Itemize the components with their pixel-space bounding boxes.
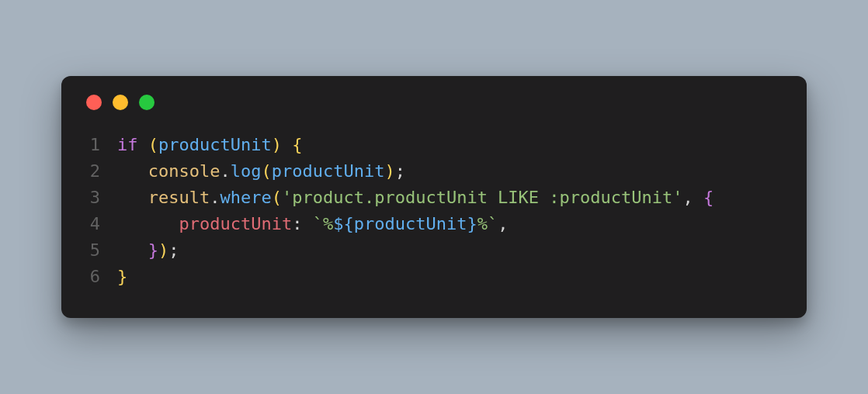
- code-token: :: [292, 214, 302, 233]
- code-line: 2 console.log(productUnit);: [83, 158, 785, 185]
- code-token: productUnit: [272, 161, 385, 181]
- code-content: }: [117, 264, 127, 290]
- code-token: }: [117, 267, 127, 286]
- code-content: });: [117, 237, 179, 264]
- close-icon[interactable]: [86, 95, 102, 110]
- code-token: [117, 161, 148, 181]
- code-token: (: [272, 188, 282, 207]
- code-line: 4 productUnit: `%${productUnit}%`,: [83, 211, 785, 237]
- code-token: ;: [395, 161, 405, 181]
- code-line: 5 });: [83, 237, 785, 264]
- code-token: (: [261, 161, 271, 181]
- code-token: {: [292, 135, 302, 154]
- code-token: productUnit: [158, 135, 272, 154]
- code-token: ${: [333, 214, 354, 233]
- code-token: 'product.productUnit LIKE :productUnit': [282, 188, 683, 207]
- code-token: console: [148, 161, 220, 181]
- code-token: [117, 214, 179, 233]
- code-token: ,: [683, 188, 693, 207]
- line-number: 2: [83, 158, 117, 185]
- minimize-icon[interactable]: [113, 95, 128, 110]
- line-number: 3: [83, 185, 117, 211]
- traffic-lights: [86, 95, 785, 110]
- code-token: {: [703, 188, 713, 207]
- code-block: 1if (productUnit) {2 console.log(product…: [83, 132, 785, 291]
- code-content: productUnit: `%${productUnit}%`,: [117, 211, 508, 237]
- code-token: [117, 188, 148, 207]
- code-content: if (productUnit) {: [117, 132, 302, 158]
- code-window: 1if (productUnit) {2 console.log(product…: [61, 76, 807, 319]
- code-token: [138, 135, 148, 154]
- code-token: }: [467, 214, 477, 233]
- code-token: [282, 135, 292, 154]
- code-token: [693, 188, 703, 207]
- code-token: productUnit: [179, 214, 292, 233]
- code-token: %`: [477, 214, 498, 233]
- code-token: }: [148, 240, 158, 260]
- line-number: 5: [83, 237, 117, 264]
- code-line: 1if (productUnit) {: [83, 132, 785, 158]
- code-token: where: [220, 188, 271, 207]
- code-token: ,: [498, 214, 508, 233]
- maximize-icon[interactable]: [139, 95, 155, 110]
- code-token: [117, 240, 148, 260]
- code-token: ;: [168, 240, 179, 260]
- line-number: 4: [83, 211, 117, 237]
- code-token: ): [158, 240, 168, 260]
- code-token: ): [272, 135, 282, 154]
- code-token: ): [384, 161, 394, 181]
- code-token: .: [210, 188, 220, 207]
- code-token: .: [220, 161, 230, 181]
- code-content: console.log(productUnit);: [117, 158, 405, 185]
- line-number: 1: [83, 132, 117, 158]
- code-content: result.where('product.productUnit LIKE :…: [117, 185, 713, 211]
- code-line: 3 result.where('product.productUnit LIKE…: [83, 185, 785, 211]
- code-line: 6}: [83, 264, 785, 290]
- code-token: (: [148, 135, 158, 154]
- line-number: 6: [83, 264, 117, 290]
- code-token: `%: [313, 214, 334, 233]
- code-token: [302, 214, 312, 233]
- code-token: log: [231, 161, 262, 181]
- code-token: if: [117, 135, 138, 154]
- code-token: result: [148, 188, 210, 207]
- code-token: productUnit: [354, 214, 467, 233]
